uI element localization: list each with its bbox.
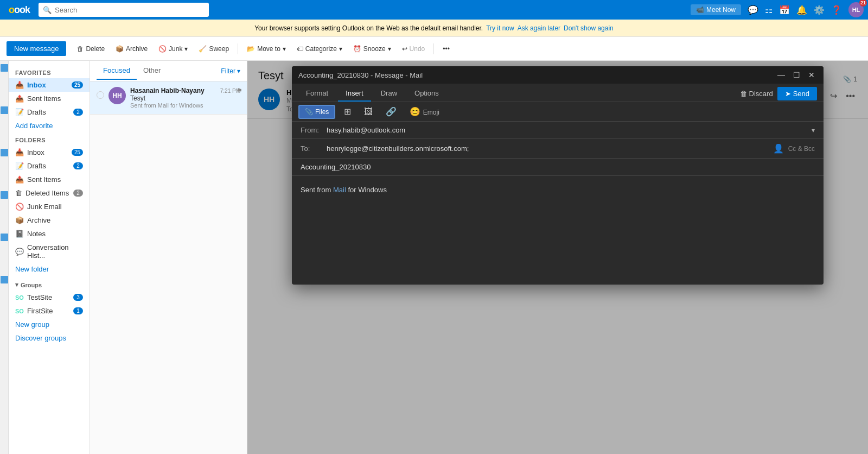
sidebar-item-folders-inbox[interactable]: 📥 Inbox 25 [9, 146, 90, 159]
tab-options[interactable]: Options [407, 86, 446, 102]
compose-titlebar: Accounting_20210830 - Message - Mail — ☐… [292, 66, 824, 84]
inbox-badge: 25 [72, 81, 83, 89]
new-message-button[interactable]: New message [7, 41, 66, 56]
notification-bar: Your browser supports setting Outlook on… [0, 20, 868, 37]
categorize-button[interactable]: 🏷 Categorize ▾ [292, 43, 347, 55]
help-icon-btn[interactable]: ❓ [831, 5, 842, 15]
discard-button[interactable]: 🗑 Discard [740, 87, 773, 100]
firstsite-badge: 1 [73, 307, 83, 314]
chat-icon-btn[interactable]: 💬 [748, 5, 758, 15]
sidebar-item-firstsite[interactable]: SO FirstSite 1 [9, 304, 90, 318]
new-group-link[interactable]: New group [9, 318, 90, 331]
filter-button[interactable]: Filter ▾ [221, 67, 240, 75]
tab-other[interactable]: Other [137, 62, 168, 80]
notification-badge: 21 [859, 0, 867, 7]
files-button[interactable]: 📎 Files [298, 105, 335, 119]
junk-folder-icon: 🚫 [15, 203, 24, 211]
emoji-icon-btn[interactable]: 😊 Emoji [405, 104, 443, 119]
inbox-folder-icon: 📥 [15, 148, 24, 156]
tab-focused[interactable]: Focused [97, 62, 137, 80]
chevron-down-icon: ▾ [184, 45, 188, 53]
send-icon: ➤ [785, 90, 791, 98]
ask-later-link[interactable]: Ask again later [518, 24, 560, 32]
compose-body: From: ▾ To: 👤 Cc & Bcc Sent from M [292, 122, 824, 285]
junk-button[interactable]: 🚫 Junk ▾ [154, 43, 192, 55]
email-sender-avatar: HH [108, 87, 126, 104]
subject-input[interactable] [301, 163, 815, 171]
user-avatar[interactable]: HL 21 [848, 2, 864, 17]
image-icon-btn[interactable]: 🖼 [360, 105, 377, 119]
strip-icon-2 [1, 106, 8, 114]
archive-folder-icon: 📦 [15, 216, 24, 224]
email-subject: Tesyt [130, 94, 240, 102]
people-icon[interactable]: 👤 [773, 143, 784, 154]
try-now-link[interactable]: Try it now [486, 24, 514, 32]
junk-icon: 🚫 [158, 45, 167, 53]
drafts-folder-icon: 📝 [15, 162, 24, 170]
from-dropdown-icon[interactable]: ▾ [812, 127, 815, 134]
compose-overlay: Accounting_20210830 - Message - Mail — ☐… [247, 61, 868, 454]
body-text: Sent from [301, 186, 333, 194]
sidebar-item-notes[interactable]: 📓 Notes [9, 227, 90, 241]
compose-text-area[interactable]: Sent from Mail for Windows [292, 176, 824, 285]
search-box[interactable]: 🔍 [39, 3, 209, 17]
discard-icon: 🗑 [740, 90, 747, 98]
link-icon-btn[interactable]: 🔗 [381, 104, 401, 119]
inbox-icon: 📥 [15, 81, 24, 89]
to-input[interactable] [327, 144, 769, 153]
email-item[interactable]: HH Hasanain Habib-Nayany 7:21 PM Tesyt S… [90, 81, 247, 115]
table-icon-btn[interactable]: ⊞ [340, 104, 355, 119]
add-favorite-link[interactable]: Add favorite [9, 119, 90, 133]
settings-icon-btn[interactable]: ⚙️ [814, 5, 825, 15]
tab-draw[interactable]: Draw [373, 86, 405, 102]
undo-button[interactable]: ↩ Undo [398, 43, 430, 55]
maximize-button[interactable]: ☐ [791, 70, 802, 80]
emoji-icon: 😊 [410, 107, 420, 116]
email-select-circle[interactable] [97, 91, 104, 99]
sidebar-item-sent[interactable]: 📤 Sent Items [9, 92, 90, 105]
delete-button[interactable]: 🗑 Delete [73, 43, 109, 55]
strip-icon-3 [1, 149, 8, 156]
mail-link[interactable]: Mail [333, 186, 346, 194]
snooze-button[interactable]: ⏰ Snooze ▾ [349, 43, 395, 55]
calendar-icon-btn[interactable]: 📅 [779, 5, 790, 15]
firstsite-icon: SO [15, 308, 24, 314]
sweep-button[interactable]: 🧹 Sweep [194, 43, 233, 55]
send-button[interactable]: ➤ Send [777, 87, 817, 100]
sidebar-item-inbox[interactable]: 📥 Inbox 25 [9, 78, 90, 92]
tab-insert[interactable]: Insert [338, 86, 371, 102]
more-options-button[interactable]: ••• [438, 43, 454, 55]
sidebar-item-folders-deleted[interactable]: 🗑 Deleted Items 2 [9, 186, 90, 200]
sidebar-item-folders-sent[interactable]: 📤 Sent Items [9, 173, 90, 186]
chevron-down-icon: ▾ [237, 67, 240, 75]
bell-icon-btn[interactable]: 🔔 [796, 5, 807, 15]
tab-format[interactable]: Format [298, 86, 336, 102]
sent-folder-icon: 📤 [15, 175, 24, 184]
separator [238, 43, 238, 54]
archive-button[interactable]: 📦 Archive [111, 43, 152, 55]
search-input[interactable] [55, 6, 205, 14]
sidebar-item-junk[interactable]: 🚫 Junk Email [9, 200, 90, 213]
main-layout: Favorites 📥 Inbox 25 📤 Sent Items 📝 Draf… [0, 61, 868, 454]
from-input[interactable] [327, 126, 807, 134]
sidebar-item-testsite[interactable]: SO TestSite 3 [9, 291, 90, 304]
dont-show-link[interactable]: Don't show again [564, 24, 614, 32]
new-folder-link[interactable]: New folder [9, 262, 90, 276]
grid-icon-btn[interactable]: ⚏ [765, 5, 773, 15]
cc-bcc-button[interactable]: Cc & Bcc [788, 145, 815, 153]
sidebar-item-conversation[interactable]: 💬 Conversation Hist... [9, 241, 90, 262]
move-to-button[interactable]: 📂 Move to ▾ [242, 43, 290, 55]
discover-groups-link[interactable]: Discover groups [9, 331, 90, 345]
close-button[interactable]: ✕ [806, 70, 817, 80]
chevron-down-icon: ▾ [283, 45, 286, 53]
meet-now-button[interactable]: 📹 Meet Now [691, 4, 741, 15]
sidebar-item-archive[interactable]: 📦 Archive [9, 213, 90, 227]
sidebar-item-drafts[interactable]: 📝 Drafts 2 [9, 105, 90, 119]
sidebar-item-folders-drafts[interactable]: 📝 Drafts 2 [9, 159, 90, 173]
email-from: Hasanain Habib-Nayany [130, 87, 205, 94]
group-icon: SO [15, 294, 24, 301]
topbar-icons: 📹 Meet Now 💬 ⚏ 📅 🔔 ⚙️ ❓ HL 21 [691, 2, 864, 17]
delete-icon: 🗑 [77, 45, 84, 53]
chevron-down-icon: ▾ [388, 45, 391, 53]
minimize-button[interactable]: — [776, 70, 787, 80]
